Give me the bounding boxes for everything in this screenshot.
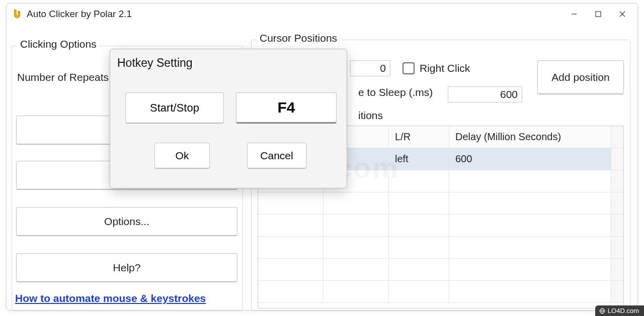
ok-button[interactable]: Ok: [154, 143, 210, 169]
options-button[interactable]: Options...: [16, 207, 237, 236]
maximize-button[interactable]: [586, 4, 610, 25]
hotkey-dialog: Hotkey Setting Start/Stop F4 Ok Cancel: [110, 49, 347, 188]
grid-header-cell[interactable]: Delay (Million Seconds): [449, 126, 611, 148]
sleep-label: e to Sleep (.ms): [358, 86, 433, 98]
add-position-button[interactable]: Add position: [537, 60, 624, 94]
table-row[interactable]: [258, 259, 623, 281]
titlebar: Auto Clicker by Polar 2.1: [7, 4, 637, 25]
hotkey-action-button[interactable]: Start/Stop: [125, 92, 224, 124]
globe-icon: [599, 308, 605, 314]
window-title: Auto Clicker by Polar 2.1: [27, 9, 132, 20]
grid-scroll-header: [611, 126, 623, 148]
right-click-checkbox[interactable]: Right Click: [403, 62, 470, 74]
app-icon: [12, 9, 23, 20]
table-row[interactable]: [258, 192, 623, 215]
grid-scroll-cell: [611, 148, 623, 170]
cursor-group-label: Cursor Positions: [257, 32, 340, 44]
dialog-title: Hotkey Setting: [117, 56, 193, 70]
sleep-input[interactable]: [448, 86, 522, 102]
clicking-group-label: Clicking Options: [17, 38, 100, 50]
grid-cell: left: [389, 148, 449, 170]
badge-text: LO4D.com: [608, 307, 639, 314]
cancel-button[interactable]: Cancel: [247, 143, 306, 169]
right-click-label: Right Click: [420, 62, 470, 74]
repeats-label: Number of Repeats: [17, 71, 109, 83]
table-row[interactable]: [258, 281, 623, 303]
close-button[interactable]: [610, 4, 634, 25]
svg-rect-1: [596, 12, 601, 17]
help-button[interactable]: Help?: [16, 253, 237, 282]
table-row[interactable]: [258, 237, 623, 259]
grid-cell: 600: [449, 148, 611, 170]
hotkey-key-field[interactable]: F4: [236, 92, 337, 124]
checkbox-icon: [403, 62, 415, 74]
table-row[interactable]: [258, 215, 623, 237]
y-input[interactable]: [350, 60, 390, 76]
howto-link[interactable]: How to automate mouse & keystrokes: [15, 292, 206, 304]
source-badge: LO4D.com: [595, 305, 644, 316]
minimize-button[interactable]: [562, 4, 586, 25]
saved-positions-label: itions: [358, 110, 383, 122]
grid-header-cell[interactable]: L/R: [389, 126, 449, 148]
